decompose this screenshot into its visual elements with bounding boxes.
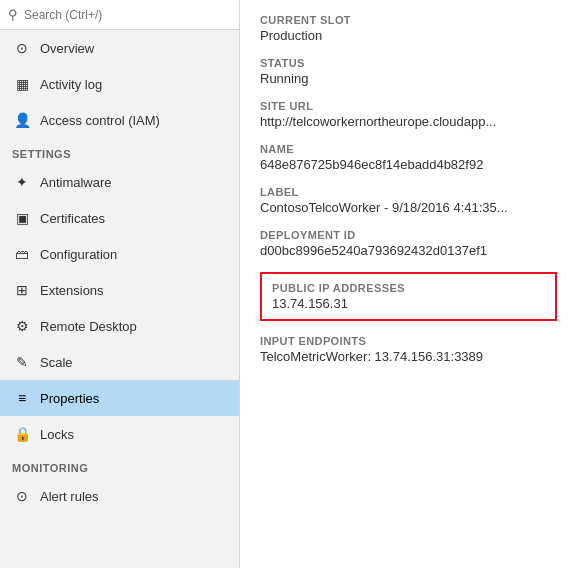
sidebar-item-activity-log[interactable]: ▦ Activity log (0, 66, 239, 102)
sidebar-item-configuration[interactable]: 🗃 Configuration (0, 236, 239, 272)
sidebar-item-label: Configuration (40, 247, 117, 262)
prop-label-input-endpoints: INPUT ENDPOINTS (260, 335, 557, 347)
sidebar-item-label: Alert rules (40, 489, 99, 504)
top-nav: ⊙ Overview ▦ Activity log 👤 Access contr… (0, 30, 239, 138)
prop-value-site-url: http://telcoworkernortheurope.cloudapp..… (260, 114, 557, 129)
properties-icon: ≡ (12, 388, 32, 408)
sidebar-item-label: Antimalware (40, 175, 112, 190)
alert-rules-icon: ⊙ (12, 486, 32, 506)
prop-label-public-ip: PUBLIC IP ADDRESSES (272, 282, 545, 294)
search-bar[interactable]: ⚲ (0, 0, 239, 30)
sidebar-item-label: Activity log (40, 77, 102, 92)
settings-nav: ✦ Antimalware ▣ Certificates 🗃 Configura… (0, 164, 239, 452)
sidebar-item-label: Extensions (40, 283, 104, 298)
sidebar-item-label: Certificates (40, 211, 105, 226)
sidebar-item-overview[interactable]: ⊙ Overview (0, 30, 239, 66)
sidebar-item-locks[interactable]: 🔒 Locks (0, 416, 239, 452)
property-input-endpoints: INPUT ENDPOINTS TelcoMetricWorker: 13.74… (260, 335, 557, 364)
overview-icon: ⊙ (12, 38, 32, 58)
settings-section-label: SETTINGS (0, 138, 239, 164)
property-name: NAME 648e876725b946ec8f14ebadd4b82f92 (260, 143, 557, 172)
sidebar-item-properties[interactable]: ≡ Properties (0, 380, 239, 416)
sidebar-item-label: Properties (40, 391, 99, 406)
prop-label-site-url: SITE URL (260, 100, 557, 112)
sidebar-item-label: Scale (40, 355, 73, 370)
prop-label-status: STATUS (260, 57, 557, 69)
sidebar-item-scale[interactable]: ✎ Scale (0, 344, 239, 380)
search-icon: ⚲ (8, 7, 18, 22)
property-current-slot: CURRENT SLOT Production (260, 14, 557, 43)
property-status: STATUS Running (260, 57, 557, 86)
sidebar: ⚲ ⊙ Overview ▦ Activity log 👤 Access con… (0, 0, 240, 568)
prop-value-status: Running (260, 71, 557, 86)
sidebar-item-label: Remote Desktop (40, 319, 137, 334)
property-deployment-id: DEPLOYMENT ID d00bc8996e5240a793692432d0… (260, 229, 557, 258)
property-public-ip: PUBLIC IP ADDRESSES 13.74.156.31 (260, 272, 557, 321)
antimalware-icon: ✦ (12, 172, 32, 192)
search-input[interactable] (24, 8, 231, 22)
sidebar-item-label: Access control (IAM) (40, 113, 160, 128)
prop-label-name: NAME (260, 143, 557, 155)
sidebar-item-alert-rules[interactable]: ⊙ Alert rules (0, 478, 239, 514)
prop-value-name: 648e876725b946ec8f14ebadd4b82f92 (260, 157, 557, 172)
prop-label-deployment-id: DEPLOYMENT ID (260, 229, 557, 241)
scale-icon: ✎ (12, 352, 32, 372)
prop-label-label: LABEL (260, 186, 557, 198)
property-site-url: SITE URL http://telcoworkernortheurope.c… (260, 100, 557, 129)
activity-log-icon: ▦ (12, 74, 32, 94)
prop-value-label: ContosoTelcoWorker - 9/18/2016 4:41:35..… (260, 200, 557, 215)
access-control-icon: 👤 (12, 110, 32, 130)
properties-list: CURRENT SLOT Production STATUS Running S… (260, 14, 557, 364)
configuration-icon: 🗃 (12, 244, 32, 264)
prop-value-input-endpoints: TelcoMetricWorker: 13.74.156.31:3389 (260, 349, 557, 364)
sidebar-item-extensions[interactable]: ⊞ Extensions (0, 272, 239, 308)
prop-value-deployment-id: d00bc8996e5240a793692432d0137ef1 (260, 243, 557, 258)
prop-value-public-ip: 13.74.156.31 (272, 296, 545, 311)
monitoring-section-label: MONITORING (0, 452, 239, 478)
extensions-icon: ⊞ (12, 280, 32, 300)
sidebar-item-certificates[interactable]: ▣ Certificates (0, 200, 239, 236)
sidebar-item-access-control[interactable]: 👤 Access control (IAM) (0, 102, 239, 138)
remote-desktop-icon: ⚙ (12, 316, 32, 336)
sidebar-item-remote-desktop[interactable]: ⚙ Remote Desktop (0, 308, 239, 344)
sidebar-item-label: Locks (40, 427, 74, 442)
certificates-icon: ▣ (12, 208, 32, 228)
prop-value-current-slot: Production (260, 28, 557, 43)
main-content: CURRENT SLOT Production STATUS Running S… (240, 0, 577, 568)
sidebar-item-antimalware[interactable]: ✦ Antimalware (0, 164, 239, 200)
monitoring-nav: ⊙ Alert rules (0, 478, 239, 514)
sidebar-item-label: Overview (40, 41, 94, 56)
prop-label-current-slot: CURRENT SLOT (260, 14, 557, 26)
property-label: LABEL ContosoTelcoWorker - 9/18/2016 4:4… (260, 186, 557, 215)
locks-icon: 🔒 (12, 424, 32, 444)
